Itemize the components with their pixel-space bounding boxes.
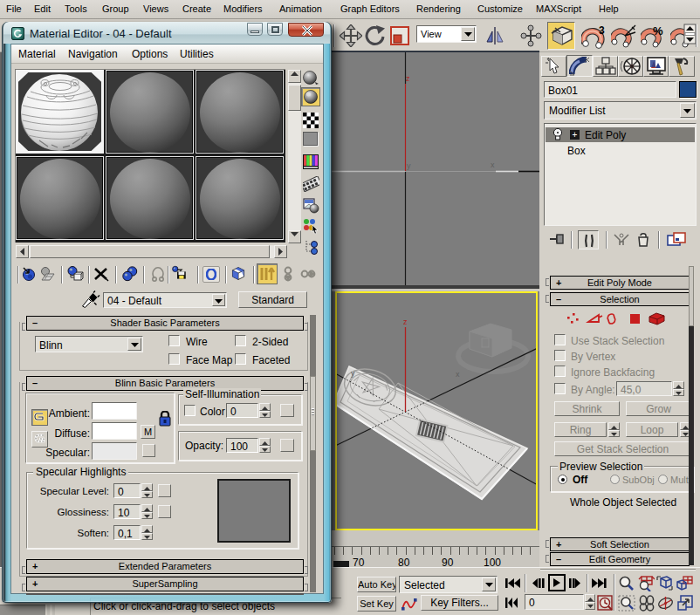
svg-text:x: x <box>456 370 460 379</box>
svg-text:y: y <box>351 369 355 378</box>
svg-text:z: z <box>406 74 410 83</box>
svg-text:%: % <box>653 24 663 38</box>
svg-text:3: 3 <box>599 24 605 37</box>
svg-text:z: z <box>403 318 408 326</box>
svg-text:y: y <box>407 161 411 170</box>
svg-text:x: x <box>491 161 495 169</box>
